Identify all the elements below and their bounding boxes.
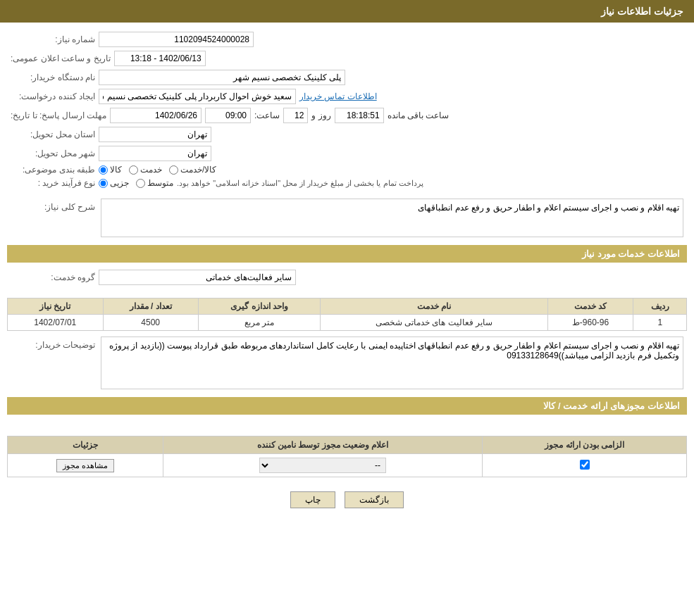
page-title: جزئیات اطلاعات نیاز xyxy=(601,6,683,17)
city-input[interactable] xyxy=(99,146,211,161)
col-details: جزئیات xyxy=(8,436,163,454)
announce-datetime-label: تاریخ و ساعت اعلان عمومی: xyxy=(11,54,111,63)
purchase-type-medium[interactable] xyxy=(136,179,145,188)
creator-label: ایجاد کننده درخواست: xyxy=(11,92,95,101)
deadline-date-input[interactable] xyxy=(110,108,202,123)
day-input[interactable] xyxy=(283,108,308,123)
table-row: -- مشاهده مجوز xyxy=(8,454,687,477)
general-description-textarea[interactable] xyxy=(101,199,683,237)
col-quantity: تعداد / مقدار xyxy=(103,298,198,315)
purchase-type-partial[interactable] xyxy=(99,179,108,188)
send-deadline-label: مهلت ارسال پاسخ: تا تاریخ: xyxy=(11,111,106,120)
category-radio-group: کالا/خدمت خدمت کالا xyxy=(99,165,216,175)
cell-service-name: سایر فعالیت های خدماتی شخصی xyxy=(321,315,547,331)
col-status: اعلام وضعیت مجوز توسط نامین کننده xyxy=(163,436,483,454)
category-radio-goods-service[interactable] xyxy=(169,165,178,175)
purchase-type-radio-group: متوسط جزیی xyxy=(99,178,173,188)
col-service-code: کد خدمت xyxy=(547,298,633,315)
general-description-label: شرح کلی نیاز: xyxy=(11,202,95,212)
status-select[interactable]: -- xyxy=(259,458,386,473)
buyer-description-label: توضیحات خریدار: xyxy=(11,340,95,350)
announce-datetime-input[interactable] xyxy=(114,51,206,66)
category-radio-service[interactable] xyxy=(129,165,138,175)
province-label: استان محل تحویل: xyxy=(11,130,95,139)
license-section-title: اطلاعات مجوزهای ارائه خدمت / کالا xyxy=(7,397,687,415)
service-section-title: اطلاعات خدمات مورد نیاز xyxy=(7,245,687,263)
goods-service-label: کالا/خدمت xyxy=(180,165,216,175)
cell-unit: متر مربع xyxy=(198,315,320,331)
service-label: خدمت xyxy=(140,165,162,175)
creator-input[interactable] xyxy=(99,89,296,104)
page-header: جزئیات اطلاعات نیاز xyxy=(0,0,694,23)
col-required: الزامی بودن ارائه مجوز xyxy=(483,436,687,454)
view-license-button[interactable]: مشاهده مجوز xyxy=(56,459,114,472)
goods-label: کالا xyxy=(110,165,122,175)
license-table: الزامی بودن ارائه مجوز اعلام وضعیت مجوز … xyxy=(7,436,687,477)
purchase-note: پرداخت تمام یا بخشی از مبلغ خریدار از مح… xyxy=(177,179,423,188)
col-service-name: نام خدمت xyxy=(321,298,547,315)
cell-need-date: 1402/07/01 xyxy=(8,315,104,331)
need-number-input[interactable] xyxy=(99,32,254,47)
cell-quantity: 4500 xyxy=(103,315,198,331)
buyer-station-label: نام دستگاه خریدار: xyxy=(11,73,95,82)
need-number-label: شماره نیاز: xyxy=(11,34,95,44)
service-group-label: گروه خدمت: xyxy=(11,272,95,282)
category-radio-goods[interactable] xyxy=(99,165,108,175)
service-group-input[interactable] xyxy=(99,270,296,285)
day-label: روز و xyxy=(311,111,330,120)
purchase-type-label: نوع فرآیند خرید : xyxy=(11,178,95,188)
category-label: طبقه بندی موضوعی: xyxy=(11,165,95,175)
table-row: 1 960-96-ط سایر فعالیت های خدماتی شخصی م… xyxy=(8,315,687,331)
creator-contact-link[interactable]: اطلاعات تماس خریدار xyxy=(299,92,377,101)
required-checkbox[interactable] xyxy=(580,460,590,470)
col-unit: واحد اندازه گیری xyxy=(198,298,320,315)
purchase-medium-label: متوسط xyxy=(147,178,173,188)
time-label: ساعت: xyxy=(254,111,280,120)
required-checkbox-cell xyxy=(483,454,687,477)
purchase-partial-label: جزیی xyxy=(110,178,129,188)
buyer-station-input[interactable] xyxy=(99,70,345,85)
print-button[interactable]: چاپ xyxy=(290,491,335,508)
back-button[interactable]: بازگشت xyxy=(345,491,404,508)
col-row-num: ردیف xyxy=(633,298,687,315)
bottom-buttons: بازگشت چاپ xyxy=(0,491,694,508)
details-cell: مشاهده مجوز xyxy=(8,454,163,477)
status-cell: -- xyxy=(163,454,483,477)
city-label: شهر محل تحویل: xyxy=(11,149,95,158)
col-need-date: تاریخ نیاز xyxy=(8,298,104,315)
service-table: ردیف کد خدمت نام خدمت واحد اندازه گیری ت… xyxy=(7,298,687,331)
cell-service-code: 960-96-ط xyxy=(547,315,633,331)
buyer-description-textarea[interactable] xyxy=(101,337,683,389)
remaining-time-label: ساعت باقی مانده xyxy=(388,111,450,120)
province-input[interactable] xyxy=(99,127,211,142)
time-input[interactable] xyxy=(205,108,251,123)
cell-row-num: 1 xyxy=(633,315,687,331)
remaining-time-input[interactable] xyxy=(335,108,384,123)
